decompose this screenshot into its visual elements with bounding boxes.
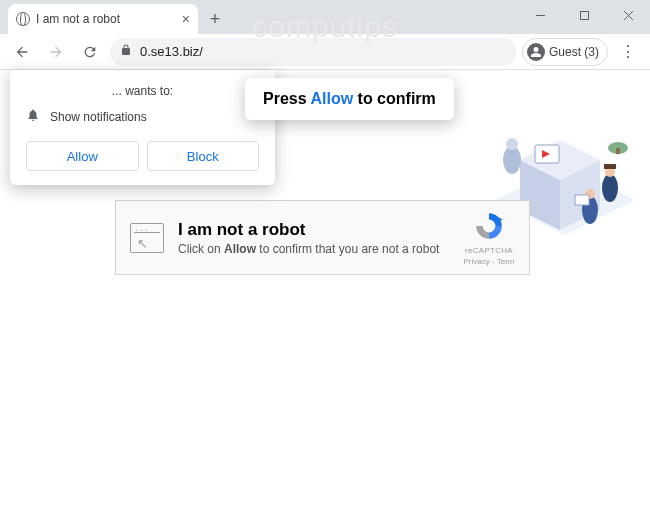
page-content: computips ... wants to: Show notificatio… [0,70,650,515]
press-allow-tooltip: Press Allow to confirm [245,78,454,120]
tab-title: I am not a robot [36,12,176,26]
svg-rect-1 [580,11,588,19]
svg-point-13 [602,174,618,202]
permission-origin: ... wants to: [26,84,259,98]
allow-button[interactable]: Allow [26,141,139,171]
profile-button[interactable]: Guest (3) [522,38,608,66]
avatar-icon [527,43,545,61]
window-controls [518,0,650,30]
lock-icon [120,44,132,59]
window-cursor-icon: ● ● ● [130,223,164,253]
profile-label: Guest (3) [549,45,599,59]
recaptcha-badge: reCAPTCHA Privacy - Term [459,210,519,266]
captcha-title: I am not a robot [178,220,445,240]
tooltip-post: to confirm [353,90,436,107]
forward-button[interactable] [42,38,70,66]
permission-popup: ... wants to: Show notifications Allow B… [10,70,275,185]
toolbar: 0.se13.biz/ Guest (3) ⋮ [0,34,650,70]
recaptcha-links[interactable]: Privacy - Term [459,257,519,266]
close-tab-icon[interactable]: × [182,11,190,27]
captcha-subtitle: Click on Allow to confirm that you are n… [178,242,445,256]
kebab-menu-icon[interactable]: ⋮ [614,38,642,66]
browser-tab[interactable]: I am not a robot × [8,4,198,34]
new-tab-button[interactable]: + [202,6,228,32]
maximize-button[interactable] [562,0,606,30]
recaptcha-label: reCAPTCHA [459,246,519,255]
svg-point-12 [506,138,518,150]
titlebar: I am not a robot × + [0,0,650,34]
svg-rect-20 [616,148,620,154]
minimize-button[interactable] [518,0,562,30]
tooltip-pre: Press [263,90,310,107]
tooltip-highlight: Allow [310,90,353,107]
close-window-button[interactable] [606,0,650,30]
address-bar[interactable]: 0.se13.biz/ [110,38,516,66]
svg-rect-15 [604,164,616,169]
globe-icon [16,12,30,26]
permission-row: Show notifications [26,108,259,125]
reload-button[interactable] [76,38,104,66]
bell-icon [26,108,40,125]
block-button[interactable]: Block [147,141,260,171]
captcha-box: ● ● ● I am not a robot Click on Allow to… [115,200,530,275]
svg-point-11 [503,146,521,174]
recaptcha-icon [473,210,505,242]
back-button[interactable] [8,38,36,66]
url-text: 0.se13.biz/ [140,44,203,59]
permission-label: Show notifications [50,110,147,124]
svg-rect-18 [575,195,589,205]
